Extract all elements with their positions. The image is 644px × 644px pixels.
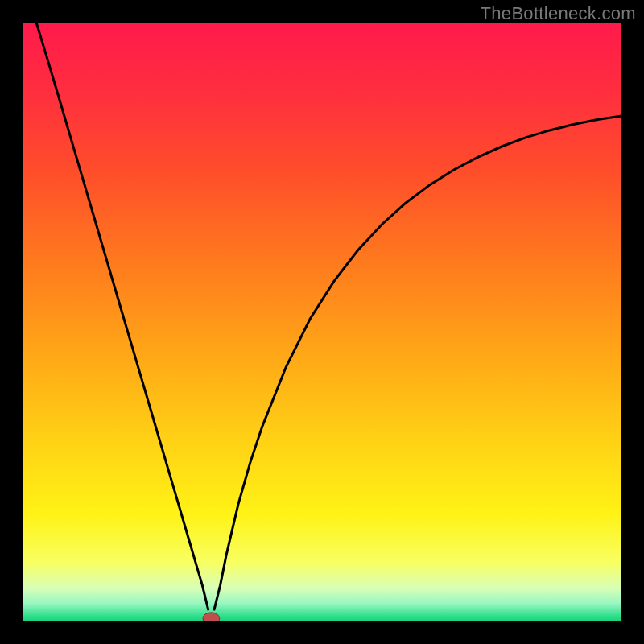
chart-frame (23, 23, 621, 621)
watermark-text: TheBottleneck.com (481, 3, 636, 24)
chart-svg (23, 23, 621, 621)
optimum-marker (203, 613, 220, 621)
gradient-background (23, 23, 621, 621)
